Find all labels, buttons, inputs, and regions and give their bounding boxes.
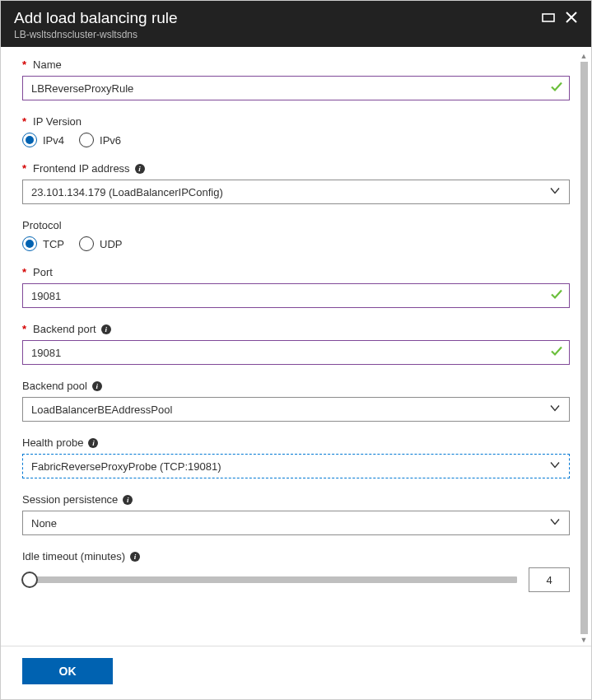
backend-port-input[interactable]: 19081 [22, 340, 570, 365]
scrollbar[interactable]: ▲ ▼ [578, 50, 590, 646]
idle-timeout-value[interactable]: 4 [529, 567, 570, 592]
panel-footer: OK [1, 646, 591, 699]
check-icon [550, 81, 563, 96]
info-icon[interactable]: i [130, 552, 140, 562]
check-icon [550, 345, 563, 361]
svg-rect-0 [543, 14, 554, 21]
radio-ipv6[interactable]: IPv6 [79, 133, 121, 147]
frontend-ip-select[interactable]: 23.101.134.179 (LoadBalancerIPConfig) [22, 180, 570, 204]
chevron-down-icon [549, 516, 561, 530]
radio-udp[interactable]: UDP [79, 236, 122, 251]
panel-subtitle: LB-wsltsdnscluster-wsltsdns [14, 29, 178, 40]
label-ip-version: IP Version [33, 115, 82, 128]
label-backend-pool: Backend pool [22, 380, 87, 392]
health-probe-select[interactable]: FabricReverseProxyProbe (TCP:19081) [22, 454, 570, 478]
label-frontend-ip: Frontend IP address [33, 162, 130, 175]
label-health-probe: Health probe [22, 436, 83, 449]
field-protocol: Protocol TCP UDP [22, 219, 570, 251]
idle-timeout-slider[interactable] [22, 576, 517, 583]
field-backend-pool: Backend pooli LoadBalancerBEAddressPool [22, 380, 570, 422]
field-backend-port: *Backend porti 19081 [22, 323, 570, 365]
label-session-persistence: Session persistence [22, 493, 118, 506]
name-input[interactable]: LBReverseProxyRule [22, 76, 570, 100]
label-port: Port [33, 266, 53, 278]
field-port: *Port 19081 [22, 266, 570, 308]
radio-ipv4[interactable]: IPv4 [22, 133, 64, 147]
scroll-up-icon[interactable]: ▲ [578, 50, 590, 62]
info-icon[interactable]: i [101, 324, 111, 334]
scroll-track[interactable] [580, 62, 588, 634]
panel-title: Add load balancing rule [14, 9, 178, 27]
ok-button[interactable]: OK [22, 658, 113, 684]
info-icon[interactable]: i [123, 495, 133, 505]
panel-header: Add load balancing rule LB-wsltsdnsclust… [1, 1, 591, 47]
port-input[interactable]: 19081 [22, 283, 570, 308]
chevron-down-icon [549, 403, 561, 417]
backend-pool-select[interactable]: LoadBalancerBEAddressPool [22, 397, 570, 422]
info-icon[interactable]: i [135, 164, 145, 174]
info-icon[interactable]: i [88, 438, 98, 448]
field-frontend-ip: *Frontend IP addressi 23.101.134.179 (Lo… [22, 162, 570, 204]
label-idle-timeout: Idle timeout (minutes) [22, 550, 125, 562]
field-name: *Name LBReverseProxyRule [22, 58, 570, 100]
close-icon[interactable] [565, 11, 578, 26]
field-session-persistence: Session persistencei None [22, 493, 570, 535]
radio-tcp[interactable]: TCP [22, 236, 64, 251]
field-idle-timeout: Idle timeout (minutes)i 4 [22, 550, 570, 592]
field-ip-version: *IP Version IPv4 IPv6 [22, 115, 570, 147]
field-health-probe: Health probei FabricReverseProxyProbe (T… [22, 436, 570, 478]
chevron-down-icon [549, 460, 561, 474]
check-icon [550, 288, 563, 304]
label-backend-port: Backend port [33, 323, 96, 335]
restore-icon[interactable] [542, 11, 555, 26]
form-body: *Name LBReverseProxyRule *IP Version IPv… [1, 47, 591, 649]
session-persistence-select[interactable]: None [22, 511, 570, 535]
label-name: Name [33, 58, 62, 71]
label-protocol: Protocol [22, 219, 62, 231]
info-icon[interactable]: i [92, 381, 102, 391]
scroll-down-icon[interactable]: ▼ [578, 634, 590, 646]
chevron-down-icon [549, 185, 561, 199]
slider-thumb[interactable] [21, 572, 38, 588]
